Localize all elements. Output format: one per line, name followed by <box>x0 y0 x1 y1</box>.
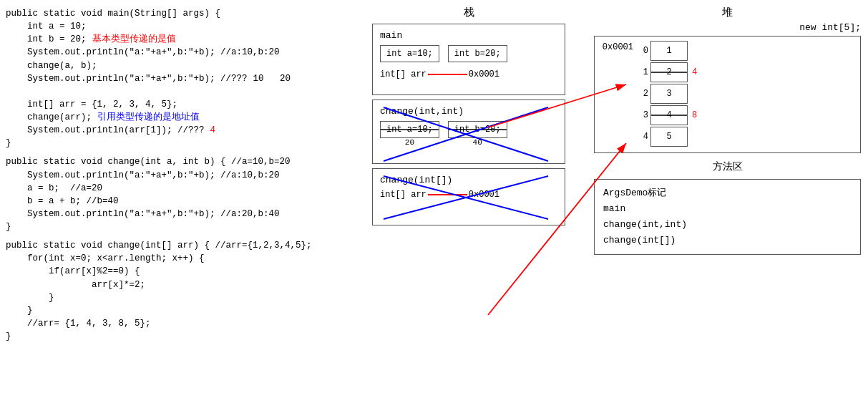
change-int-int-frame: change(int,int) int a=10; 20 int b=20; <box>372 100 565 164</box>
change-int-int-label: change(int,int) <box>380 106 557 117</box>
change-int-arr-label: change(int[]) <box>380 175 557 185</box>
method-area-section: 方法区 ArgsDemo标记 main change(int,int) chan… <box>587 160 868 255</box>
change-var-b-container: int b=20; 40 <box>448 121 507 147</box>
heap-row-1: 1 2 4 <box>636 62 697 82</box>
change-var-b-new: 40 <box>448 138 507 147</box>
annotation-10-20: 10 20 <box>253 72 291 85</box>
heap-row-0: 0 1 <box>636 41 697 61</box>
code-line: } <box>6 291 345 304</box>
code-line: //arr= {1, 4, 3, 8, 5}; <box>6 317 345 330</box>
arr-dash-main <box>428 74 467 75</box>
heap-row-4: 4 5 <box>636 127 697 147</box>
code-line: } <box>6 304 345 317</box>
heap-row-2: 2 3 <box>636 84 697 104</box>
method-item-change-int-arr: change(int[]) <box>603 233 852 248</box>
heap-panel: 堆 new int[5]; 0x0001 0 1 1 2 <box>587 0 868 398</box>
change-int-int-vars: int a=10; 20 int b=20; 40 <box>380 121 557 147</box>
main-frame: main int a=10; int b=20; int[] arr 0x000… <box>372 24 565 95</box>
heap-title: 堆 <box>587 6 868 19</box>
annotation-ref-type: 引用类型传递的是地址值 <box>97 111 200 124</box>
stack-title: 栈 <box>351 6 587 19</box>
code-line: } <box>6 330 345 343</box>
code-line: public static void change(int a, int b) … <box>6 155 345 168</box>
code-section-1: public static void main(String[] args) {… <box>6 7 345 150</box>
code-line: int[] arr = {1, 2, 3, 4, 5}; <box>6 98 345 111</box>
heap-index-4: 4 <box>636 132 650 142</box>
stack-panel: 栈 main int a=10; int b=20; int[] arr 0x0… <box>351 0 587 398</box>
code-line: change(arr); 引用类型传递的是地址值 <box>6 111 345 124</box>
arr-dash-change <box>428 194 467 195</box>
heap-index-0: 0 <box>636 46 650 56</box>
code-line: if(arr[x]%2==0) { <box>6 265 345 278</box>
code-line: } <box>6 137 345 150</box>
annotation-basic-type: 基本类型传递的是值 <box>92 33 176 46</box>
main-frame-label: main <box>380 30 557 41</box>
main-frame-vars: int a=10; int b=20; <box>380 45 557 62</box>
code-line: arr[x]*=2; <box>6 278 345 291</box>
heap-addr-label: 0x0001 <box>600 41 636 52</box>
main-var-b: int b=20; <box>448 45 507 62</box>
code-line: a = b; //a=20 <box>6 182 345 195</box>
code-line <box>6 85 345 98</box>
heap-index-2: 2 <box>636 89 650 99</box>
heap-cell-4: 5 <box>650 127 688 147</box>
change-arr-row: int[] arr 0x0001 <box>380 190 557 200</box>
heap-addr-row: 0x0001 0 1 1 2 4 <box>600 41 854 147</box>
heap-index-3: 3 <box>636 110 650 120</box>
heap-cell-3: 4 <box>650 105 688 125</box>
main-arr-arrow: int[] arr 0x0001 <box>380 69 557 79</box>
code-line: change(a, b); <box>6 59 345 72</box>
code-line: int b = 20; 基本类型传递的是值 <box>6 33 345 46</box>
code-line: public static void main(String[] args) { <box>6 7 345 20</box>
method-area-title: 方法区 <box>587 160 868 173</box>
heap-cell-1: 2 <box>650 62 688 82</box>
code-line: int a = 10; <box>6 20 345 33</box>
annotation-val4: 4 <box>210 124 216 137</box>
change-arr-addr: 0x0001 <box>469 190 499 200</box>
main-arr-addr: 0x0001 <box>469 69 499 79</box>
main-arr-label: int[] arr <box>380 69 426 79</box>
heap-extra-1: 4 <box>692 67 697 77</box>
main-var-a: int a=10; <box>380 45 439 62</box>
method-area-container: ArgsDemo标记 main change(int,int) change(i… <box>594 179 861 255</box>
code-line: System.out.println("a:"+a+",b:"+b); //??… <box>6 72 345 85</box>
change-var-a-container: int a=10; 20 <box>380 121 439 147</box>
code-line: System.out.println("a:"+a+",b:"+b); //a:… <box>6 46 345 59</box>
code-panel: public static void main(String[] args) {… <box>0 0 351 398</box>
heap-cells: 0 1 1 2 4 2 3 <box>636 41 697 147</box>
code-line: System.out.println("a:"+a+",b:"+b); //a:… <box>6 169 345 182</box>
code-line: b = a + b; //b=40 <box>6 195 345 208</box>
heap-extra-3: 8 <box>692 110 697 120</box>
change-arr-arrow: int[] arr 0x0001 <box>380 190 557 200</box>
heap-new-label: new int[5]; <box>587 22 861 33</box>
change-var-a: int a=10; <box>380 121 439 138</box>
code-line: System.out.println("a:"+a+",b:"+b); //a:… <box>6 208 345 220</box>
change-int-arr-frame: change(int[]) int[] arr 0x0001 <box>372 168 565 225</box>
heap-array-container: 0x0001 0 1 1 2 4 <box>594 36 861 153</box>
code-line: System.out.println(arr[1]); //??? 4 <box>6 124 345 137</box>
heap-index-1: 1 <box>636 67 650 77</box>
main-arr-row: int[] arr 0x0001 <box>380 69 557 79</box>
code-line: for(int x=0; x<arr.length; x++) { <box>6 252 345 265</box>
heap-row-3: 3 4 8 <box>636 105 697 125</box>
change-var-b: int b=20; <box>448 121 507 138</box>
heap-cell-0: 1 <box>650 41 688 61</box>
code-section-3: public static void change(int[] arr) { /… <box>6 239 345 343</box>
heap-cell-2: 3 <box>650 84 688 104</box>
change-var-a-new: 20 <box>380 138 439 147</box>
code-section-2: public static void change(int a, int b) … <box>6 155 345 233</box>
method-item-change-int-int: change(int,int) <box>603 217 852 233</box>
code-line: } <box>6 220 345 233</box>
method-item-main: main <box>603 201 852 217</box>
change-arr-label: int[] arr <box>380 190 426 200</box>
code-line: public static void change(int[] arr) { /… <box>6 239 345 252</box>
method-item-class: ArgsDemo标记 <box>603 185 852 201</box>
